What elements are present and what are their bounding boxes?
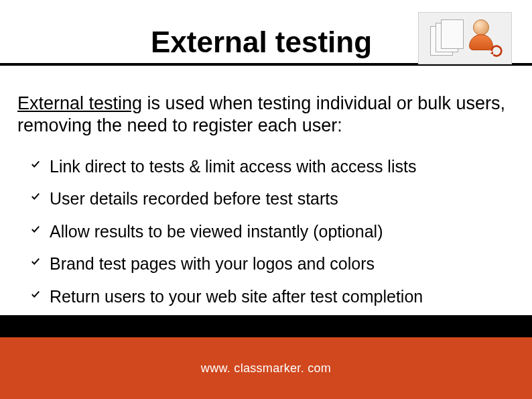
slide-title: External testing: [151, 25, 372, 59]
check-icon: [31, 160, 43, 169]
header-icon-box: [418, 12, 512, 64]
bullet-list: Link direct to tests & limit access with…: [17, 156, 515, 308]
documents-icon: [430, 19, 464, 57]
bullet-text: Return users to your web site after test…: [50, 286, 423, 308]
check-icon: [31, 225, 43, 234]
footer-orange-bar: www. classmarker. com: [0, 337, 532, 399]
bullet-text: Allow results to be viewed instantly (op…: [50, 221, 383, 243]
list-item: User details recorded before test starts: [31, 188, 515, 210]
list-item: Return users to your web site after test…: [31, 286, 515, 308]
footer-url: www. classmarker. com: [201, 361, 331, 376]
bullet-text: User details recorded before test starts: [50, 188, 338, 210]
list-item: Allow results to be viewed instantly (op…: [31, 221, 515, 243]
intro-emphasis: External testing: [17, 93, 142, 113]
intro-text: External testing is used when testing in…: [17, 93, 515, 137]
bullet-text: Brand test pages with your logos and col…: [50, 253, 375, 275]
check-icon: [31, 192, 43, 201]
check-icon: [31, 290, 43, 299]
user-arrow-icon: [469, 19, 500, 57]
bullet-text: Link direct to tests & limit access with…: [50, 156, 416, 178]
footer-black-bar: [0, 315, 532, 337]
check-icon: [31, 257, 43, 266]
slide-footer: www. classmarker. com: [0, 315, 532, 399]
slide-content: External testing is used when testing in…: [0, 66, 532, 307]
list-item: Brand test pages with your logos and col…: [31, 253, 515, 275]
slide-header: External testing: [0, 0, 532, 66]
list-item: Link direct to tests & limit access with…: [31, 156, 515, 178]
